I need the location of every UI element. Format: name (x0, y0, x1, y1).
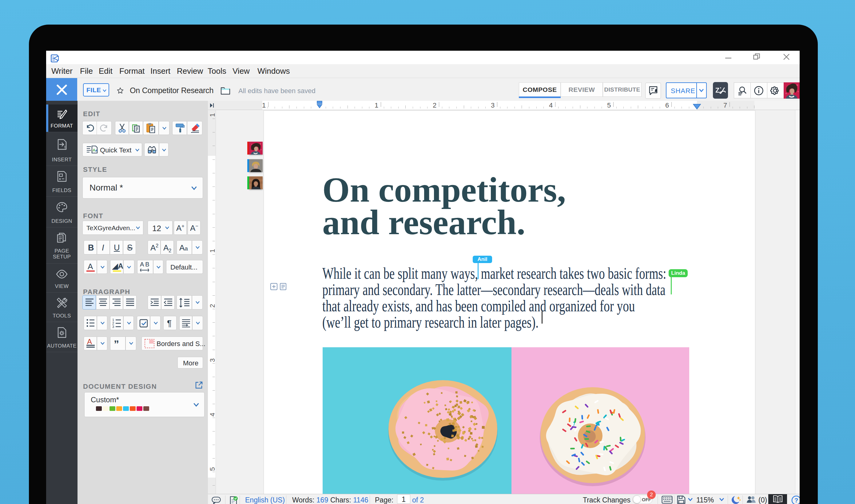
svg-text:?: ? (795, 497, 798, 504)
svg-text:3: 3 (112, 325, 114, 328)
svg-text:a: a (95, 148, 98, 152)
